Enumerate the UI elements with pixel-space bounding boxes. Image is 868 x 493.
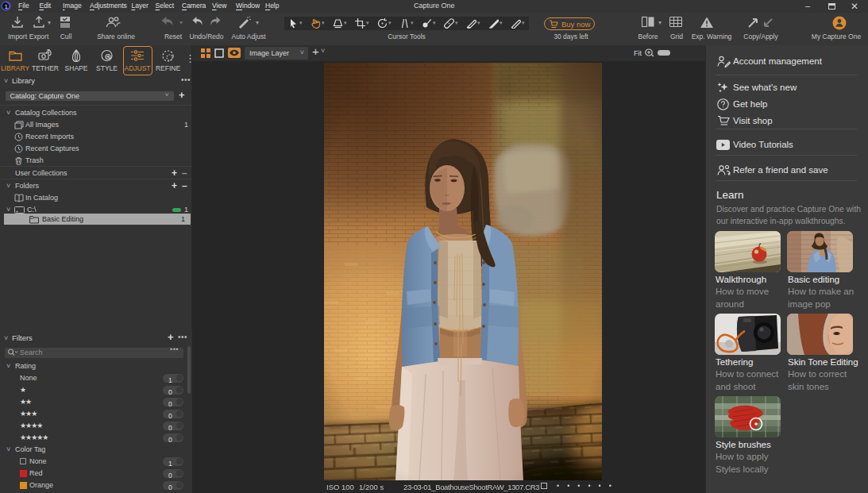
svg-text:1: 1 xyxy=(5,3,9,10)
